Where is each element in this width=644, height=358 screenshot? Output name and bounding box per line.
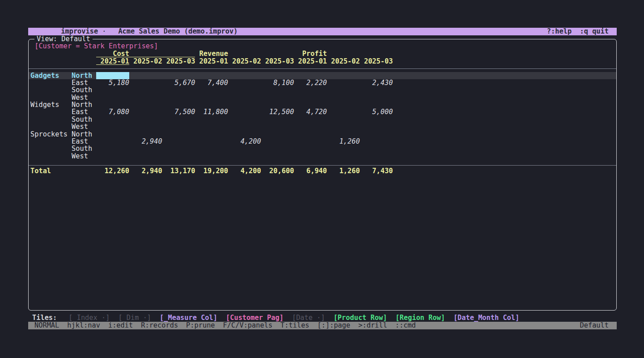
pivot-cell[interactable] — [195, 131, 228, 138]
pivot-cell[interactable] — [327, 101, 360, 108]
pivot-cell[interactable]: 7,400 — [195, 79, 228, 86]
pivot-cell[interactable] — [228, 153, 261, 160]
pivot-cell[interactable] — [96, 116, 129, 123]
pivot-cell[interactable] — [327, 86, 360, 94]
pivot-cell[interactable]: 5,000 — [360, 108, 393, 115]
pivot-cell[interactable]: 7,080 — [96, 108, 129, 115]
pivot-cell[interactable]: 7,500 — [162, 108, 195, 115]
pivot-row[interactable]: East5,1805,6707,4008,1002,2202,430 — [29, 79, 616, 86]
pivot-cell[interactable]: 12,500 — [261, 108, 294, 115]
pivot-cell[interactable] — [96, 131, 129, 138]
pivot-cell[interactable]: 8,100 — [261, 79, 294, 86]
pivot-cell[interactable] — [360, 86, 393, 94]
pivot-cell[interactable] — [360, 123, 393, 130]
pivot-cell[interactable] — [327, 145, 360, 152]
pivot-cell[interactable] — [360, 101, 393, 108]
pivot-cell[interactable] — [261, 138, 294, 145]
pivot-cell[interactable] — [261, 116, 294, 123]
pivot-cell[interactable] — [96, 101, 129, 108]
pivot-row[interactable]: SprocketsNorth — [29, 131, 616, 138]
pivot-cell[interactable] — [162, 131, 195, 138]
tile-region-row[interactable]: [Region Row] — [395, 314, 445, 322]
pivot-cell[interactable] — [162, 153, 195, 160]
pivot-cell[interactable] — [294, 123, 327, 130]
pivot-cell[interactable] — [96, 138, 129, 145]
pivot-cell[interactable] — [162, 123, 195, 130]
pivot-cell[interactable]: 1,260 — [327, 138, 360, 145]
pivot-cell[interactable] — [162, 86, 195, 94]
pivot-cell[interactable] — [129, 116, 162, 123]
pivot-cell[interactable] — [360, 72, 393, 79]
pivot-cell[interactable] — [261, 94, 294, 101]
pivot-cell[interactable] — [294, 145, 327, 152]
pivot-cell[interactable] — [327, 153, 360, 160]
pivot-cell[interactable] — [195, 138, 228, 145]
pivot-row[interactable]: West — [29, 123, 616, 130]
tile-date-month-col[interactable]: [Date_Month Col] — [453, 314, 519, 322]
pivot-cell[interactable] — [195, 116, 228, 123]
pivot-row[interactable]: East2,9404,2001,260 — [29, 138, 616, 145]
pivot-row[interactable]: West — [29, 153, 616, 160]
pivot-cell[interactable] — [261, 131, 294, 138]
pivot-cell[interactable] — [327, 116, 360, 123]
pivot-cell[interactable] — [162, 138, 195, 145]
tile-customer-pag[interactable]: [Customer Pag] — [226, 314, 284, 322]
pivot-cell[interactable] — [327, 72, 360, 79]
pivot-cell[interactable] — [360, 138, 393, 145]
pivot-cell[interactable]: 11,800 — [195, 108, 228, 115]
pivot-cell[interactable] — [294, 138, 327, 145]
pivot-cell[interactable] — [129, 86, 162, 94]
pivot-cell[interactable] — [96, 94, 129, 101]
pivot-cell[interactable] — [162, 145, 195, 152]
pivot-cell[interactable] — [96, 123, 129, 130]
cell-cursor[interactable] — [96, 72, 129, 79]
pivot-cell[interactable] — [195, 153, 228, 160]
pivot-cell[interactable] — [360, 131, 393, 138]
pivot-row[interactable]: South — [29, 145, 616, 152]
pivot-cell[interactable] — [261, 153, 294, 160]
pivot-cell[interactable] — [261, 101, 294, 108]
pivot-row[interactable]: South — [29, 86, 616, 94]
pivot-cell[interactable] — [360, 153, 393, 160]
pivot-cell[interactable] — [261, 72, 294, 79]
pivot-cell[interactable]: 4,720 — [294, 108, 327, 115]
pivot-cell[interactable] — [261, 123, 294, 130]
pivot-row[interactable]: West — [29, 94, 616, 101]
pivot-cell[interactable]: 2,940 — [129, 138, 162, 145]
pivot-cell[interactable]: 5,180 — [96, 79, 129, 86]
pivot-cell[interactable] — [129, 131, 162, 138]
pivot-cell[interactable] — [360, 94, 393, 101]
pivot-cell[interactable] — [228, 72, 261, 79]
pivot-cell[interactable]: 2,430 — [360, 79, 393, 86]
pivot-cell[interactable] — [228, 94, 261, 101]
tile-date[interactable]: [Date ·] — [292, 314, 325, 322]
tile-product-row[interactable]: [Product Row] — [334, 314, 387, 322]
pivot-cell[interactable] — [327, 108, 360, 115]
pivot-cell[interactable] — [360, 116, 393, 123]
pivot-cell[interactable] — [228, 101, 261, 108]
pivot-cell[interactable] — [195, 72, 228, 79]
pivot-cell[interactable] — [327, 123, 360, 130]
tile-index[interactable]: [_Index ·] — [68, 314, 110, 322]
page-filter[interactable]: [Customer = Stark Enterprises] — [34, 43, 158, 50]
pivot-cell[interactable] — [195, 145, 228, 152]
pivot-cell[interactable] — [129, 79, 162, 86]
pivot-cell[interactable] — [228, 116, 261, 123]
pivot-cell[interactable] — [129, 108, 162, 115]
pivot-cell[interactable] — [294, 86, 327, 94]
pivot-row[interactable]: GadgetsNorth — [29, 72, 616, 79]
pivot-cell[interactable] — [294, 131, 327, 138]
pivot-cell[interactable] — [195, 101, 228, 108]
pivot-cell[interactable] — [162, 72, 195, 79]
pivot-cell[interactable] — [129, 94, 162, 101]
pivot-cell[interactable] — [162, 101, 195, 108]
pivot-cell[interactable] — [294, 153, 327, 160]
pivot-row[interactable]: South — [29, 116, 616, 123]
pivot-cell[interactable] — [294, 116, 327, 123]
pivot-cell[interactable] — [294, 101, 327, 108]
pivot-cell[interactable] — [129, 101, 162, 108]
pivot-cell[interactable] — [228, 145, 261, 152]
pivot-cell[interactable] — [228, 131, 261, 138]
pivot-row[interactable]: WidgetsNorth — [29, 101, 616, 108]
pivot-row[interactable]: East7,0807,50011,80012,5004,7205,000 — [29, 108, 616, 115]
